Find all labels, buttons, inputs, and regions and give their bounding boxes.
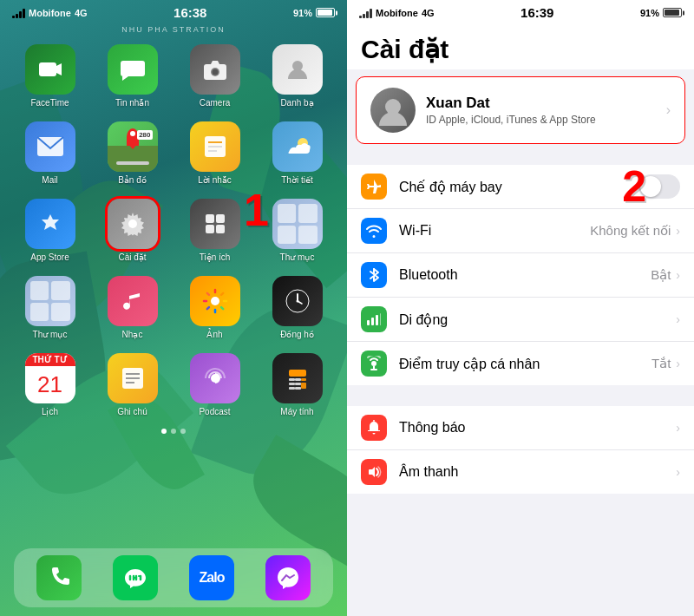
folder-icon[interactable]: [272, 199, 323, 249]
airplane-label: Chế độ máy bay: [399, 179, 638, 195]
battery-info-left: 91%: [293, 8, 335, 18]
settings-row-airplane[interactable]: Chế độ máy bay 2: [347, 165, 694, 209]
calendar-icon[interactable]: THỨ TƯ 21: [25, 353, 75, 403]
notifications-chevron: ›: [676, 421, 680, 435]
svg-marker-1: [56, 63, 62, 75]
app-messages[interactable]: Tin nhắn: [96, 44, 168, 108]
settings-icon[interactable]: [108, 199, 158, 249]
sound-chevron: ›: [676, 465, 680, 479]
settings-row-bluetooth[interactable]: Bluetooth Bật ›: [347, 253, 694, 298]
podcasts-icon[interactable]: [190, 353, 240, 403]
app-camera[interactable]: Camera: [179, 44, 251, 108]
wifi-value: Không kết nối: [590, 223, 671, 239]
notes-label: Lời nhắc: [198, 175, 232, 185]
clock-label: Đồng hồ: [280, 330, 314, 339]
svg-rect-0: [39, 62, 56, 76]
weather-icon[interactable]: [272, 121, 323, 172]
mail-label: Mail: [42, 175, 57, 185]
app-grid-row5: THỨ TƯ 21 Lịch Ghi chú Podcast: [0, 346, 347, 423]
maps-icon[interactable]: 280: [108, 121, 158, 172]
settings-row-notifications[interactable]: Thông báo ›: [347, 406, 694, 450]
dock-zalo[interactable]: Zalo: [189, 555, 234, 600]
settings-row-hotspot[interactable]: Điểm truy cập cá nhân Tắt ›: [347, 342, 694, 385]
app-grid-row3: App Store Cài đặt Tiện ích: [0, 192, 347, 269]
dock-messenger[interactable]: [265, 555, 311, 600]
svg-point-4: [212, 69, 218, 75]
calendar-label: Lịch: [42, 407, 58, 416]
camera-icon[interactable]: [190, 44, 240, 95]
battery-icon-right: [663, 8, 682, 17]
app-tienich[interactable]: Tiện ích: [179, 199, 251, 262]
clock-icon[interactable]: [272, 276, 323, 326]
calculator-icon[interactable]: [272, 353, 323, 403]
status-bar-right: Mobifone 4G 16:39 91%: [347, 0, 694, 25]
hotspot-chevron: ›: [676, 357, 680, 370]
page-dots: [0, 429, 347, 434]
svg-rect-50: [373, 420, 375, 422]
notes2-label: Ghi chú: [117, 407, 147, 416]
app-notes2[interactable]: Ghi chú: [96, 353, 168, 416]
profile-section[interactable]: Xuan Dat ID Apple, iCloud, iTunes & App …: [356, 76, 685, 144]
app-settings[interactable]: Cài đặt: [96, 199, 168, 262]
appstore-icon[interactable]: [25, 199, 75, 249]
svg-rect-29: [295, 378, 301, 381]
wifi-label: Wi-Fi: [399, 223, 590, 239]
music-icon[interactable]: [108, 276, 158, 326]
dock-line[interactable]: [113, 555, 158, 600]
notes2-icon[interactable]: [108, 353, 158, 403]
svg-rect-31: [289, 383, 295, 385]
tienich-icon[interactable]: [190, 199, 240, 249]
notes-icon[interactable]: [190, 121, 240, 172]
cellular-icon: [361, 306, 387, 332]
sound-label: Âm thanh: [399, 464, 676, 480]
svg-rect-27: [289, 370, 306, 377]
wifi-icon: [361, 218, 387, 244]
app-music[interactable]: Nhạc: [96, 276, 168, 339]
cellular-label: Di động: [399, 311, 676, 328]
tienich-label: Tiện ích: [200, 252, 231, 262]
dock-phone[interactable]: [36, 555, 82, 600]
app-weather[interactable]: Thời tiết: [261, 121, 333, 185]
app-grid: FaceTime Tin nhắn Camera Danh bạ: [0, 37, 347, 115]
app-contacts[interactable]: Danh bạ: [261, 44, 333, 108]
svg-rect-30: [301, 378, 306, 381]
settings-row-cellular[interactable]: Di động ›: [347, 298, 694, 342]
carrier-name-right: Mobifone: [376, 8, 418, 18]
settings-row-wifi[interactable]: Wi-Fi Không kết nối ›: [347, 209, 694, 253]
battery-percent-right: 91%: [640, 8, 659, 18]
svg-rect-28: [289, 378, 295, 381]
contacts-icon[interactable]: [272, 44, 323, 95]
folder2-label: Thư mục: [33, 330, 68, 339]
step-2-number: 2: [622, 161, 646, 212]
carrier-name: Mobifone: [29, 8, 71, 18]
facetime-icon[interactable]: [25, 44, 75, 95]
app-calculator[interactable]: Máy tính: [261, 353, 333, 416]
app-facetime[interactable]: FaceTime: [14, 44, 86, 108]
settings-title: Cài đặt: [347, 25, 694, 69]
settings-group-1: Chế độ máy bay 2 Wi-Fi Không kết nối › B…: [347, 165, 694, 385]
music-label: Nhạc: [122, 330, 143, 339]
photos-icon[interactable]: [190, 276, 240, 326]
app-notes[interactable]: Lời nhắc: [179, 121, 251, 185]
app-folder[interactable]: Thư mục: [261, 199, 333, 262]
signal-bars: [12, 8, 25, 18]
app-grid-row4: Thư mục Nhạc Ả: [0, 269, 347, 346]
svg-point-47: [371, 361, 376, 366]
app-folder2[interactable]: Thư mục: [14, 276, 86, 339]
app-appstore[interactable]: App Store: [14, 199, 86, 262]
mail-icon[interactable]: [25, 121, 75, 172]
app-calendar[interactable]: THỨ TƯ 21 Lịch: [14, 353, 86, 416]
settings-row-sound[interactable]: Âm thanh ›: [347, 450, 694, 494]
app-photos[interactable]: Ảnh: [179, 276, 251, 339]
messages-label: Tin nhắn: [115, 98, 149, 108]
app-podcasts[interactable]: Podcast: [179, 353, 251, 416]
calculator-label: Máy tính: [280, 407, 313, 416]
app-maps[interactable]: 280 Bản đồ: [96, 121, 168, 185]
app-clock[interactable]: Đồng hồ: [261, 276, 333, 339]
app-mail[interactable]: Mail: [14, 121, 86, 185]
battery-icon-left: [316, 8, 335, 17]
folder2-icon[interactable]: [25, 276, 75, 326]
signal-bars-right: [359, 8, 372, 18]
messages-icon[interactable]: [108, 44, 158, 95]
settings-group-2: Thông báo › Âm thanh ›: [347, 406, 694, 494]
